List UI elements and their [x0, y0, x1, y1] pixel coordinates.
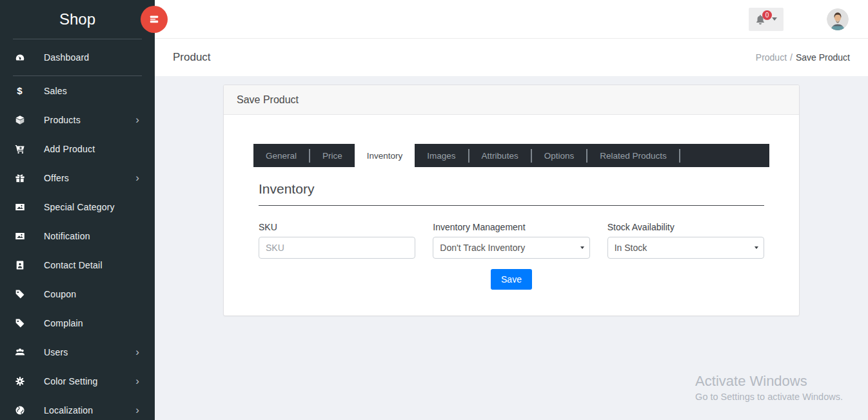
- sidebar-item-label: Add Product: [44, 144, 141, 154]
- sidebar-item-label: Localization: [44, 405, 135, 415]
- sidebar-item-label: Coupon: [44, 289, 141, 299]
- sidebar-item-label: Sales: [44, 86, 141, 96]
- chevron-right-icon: ›: [135, 114, 139, 125]
- watermark-line2: Go to Settings to activate Windows.: [695, 392, 843, 402]
- sidebar-item-localization[interactable]: Localization›: [0, 395, 155, 420]
- image-icon: [14, 201, 25, 212]
- chevron-right-icon: ›: [135, 405, 139, 415]
- inventory-tab-panel: Inventory SKU Inventory Management: [253, 181, 769, 290]
- sku-label: SKU: [259, 222, 415, 232]
- tab-price[interactable]: Price: [310, 144, 355, 167]
- save-button[interactable]: Save: [491, 269, 532, 290]
- sidebar-item-label: Special Category: [44, 202, 141, 212]
- tab-attributes[interactable]: Attributes: [469, 144, 531, 167]
- page-title: Product: [173, 51, 211, 64]
- section-rule: [259, 205, 764, 206]
- sidebar-item-label: Color Setting: [44, 376, 135, 386]
- brand-title: Shop: [0, 0, 155, 39]
- card-body: GeneralPriceInventoryImagesAttributesOpt…: [224, 115, 799, 315]
- sidebar-item-special-category[interactable]: Special Category: [0, 192, 155, 221]
- stock-availability-select[interactable]: In Stock: [607, 237, 764, 259]
- breadcrumb: Product/Save Product: [756, 52, 850, 63]
- breadcrumb-parent-link[interactable]: Product: [756, 52, 787, 63]
- sidebar-item-label: Users: [44, 347, 135, 357]
- chevron-right-icon: ›: [135, 375, 139, 386]
- dashboard-icon: [14, 52, 25, 63]
- user-avatar[interactable]: [827, 8, 849, 30]
- inventory-management-select[interactable]: Don't Track Inventory: [433, 237, 589, 259]
- sidebar-item-coupon[interactable]: Coupon: [0, 279, 155, 308]
- id-card-icon: [14, 259, 25, 270]
- tag-icon: [14, 317, 25, 328]
- top-header: 0: [155, 0, 868, 39]
- inventory-management-field: Inventory Management Don't Track Invento…: [433, 222, 589, 259]
- tab-related-products[interactable]: Related Products: [587, 144, 679, 167]
- content-area: Save Product GeneralPriceInventoryImages…: [155, 76, 868, 420]
- notification-badge: 0: [762, 10, 772, 20]
- tab-inventory[interactable]: Inventory: [355, 144, 415, 167]
- activate-windows-watermark: Activate Windows Go to Settings to activ…: [695, 373, 843, 402]
- sidebar-item-offers[interactable]: Offers›: [0, 163, 155, 192]
- breadcrumb-separator: /: [790, 52, 793, 63]
- main-area: 0 Product: [155, 0, 868, 420]
- tab-separator: [679, 149, 680, 163]
- caret-down-icon: [772, 17, 777, 23]
- section-title: Inventory: [259, 181, 764, 197]
- cube-icon: [14, 114, 25, 125]
- list-icon: [148, 14, 160, 25]
- gift-icon: [14, 172, 25, 183]
- sidebar-item-sales[interactable]: $Sales: [0, 76, 155, 105]
- sidebar-item-dashboard[interactable]: Dashboard: [0, 39, 155, 75]
- chevron-right-icon: ›: [135, 346, 139, 357]
- notifications-button[interactable]: 0: [749, 8, 784, 31]
- breadcrumb-bar: Product Product/Save Product: [155, 39, 868, 76]
- sidebar-item-complain[interactable]: Complain: [0, 308, 155, 337]
- sidebar-item-label: Offers: [44, 173, 135, 183]
- sidebar-toggle-button[interactable]: [141, 6, 168, 33]
- sku-input[interactable]: [259, 237, 415, 259]
- sidebar-item-label: Notification: [44, 231, 141, 241]
- breadcrumb-current: Save Product: [796, 52, 850, 63]
- save-row: Save: [259, 269, 764, 290]
- app-root: Shop Dashboard$SalesProducts›Add Product…: [0, 0, 868, 420]
- inventory-form: SKU Inventory Management Don't Track Inv…: [259, 222, 764, 259]
- card-title: Save Product: [224, 85, 799, 115]
- globe-icon: [14, 405, 25, 415]
- sidebar-nav: Dashboard$SalesProducts›Add ProductOffer…: [0, 39, 155, 420]
- sidebar-item-products[interactable]: Products›: [0, 105, 155, 134]
- sidebar-item-add-product[interactable]: Add Product: [0, 134, 155, 163]
- sidebar-item-users[interactable]: Users›: [0, 337, 155, 366]
- sidebar-item-label: Complain: [44, 318, 141, 328]
- gear-icon: [14, 375, 25, 386]
- users-icon: [14, 346, 25, 357]
- tab-images[interactable]: Images: [415, 144, 468, 167]
- tag-icon: [14, 288, 25, 299]
- image-icon: [14, 230, 25, 241]
- sidebar: Shop Dashboard$SalesProducts›Add Product…: [0, 0, 155, 420]
- sidebar-item-label: Contact Detail: [44, 260, 141, 270]
- tab-general[interactable]: General: [253, 144, 309, 167]
- sidebar-item-notification[interactable]: Notification: [0, 221, 155, 250]
- watermark-line1: Activate Windows: [695, 373, 843, 390]
- save-product-card: Save Product GeneralPriceInventoryImages…: [223, 85, 800, 316]
- stock-availability-field: Stock Availability In Stock: [607, 222, 764, 259]
- sidebar-item-label: Dashboard: [44, 52, 141, 63]
- sidebar-item-contact-detail[interactable]: Contact Detail: [0, 250, 155, 279]
- stock-availability-label: Stock Availability: [607, 222, 764, 232]
- sidebar-item-label: Products: [44, 115, 135, 125]
- sidebar-item-color-setting[interactable]: Color Setting›: [0, 366, 155, 395]
- inventory-management-label: Inventory Management: [433, 222, 589, 232]
- dollar-icon: $: [14, 85, 25, 96]
- sku-field: SKU: [259, 222, 415, 259]
- tab-bar: GeneralPriceInventoryImagesAttributesOpt…: [253, 144, 769, 167]
- tab-options[interactable]: Options: [532, 144, 587, 167]
- cart-plus-icon: [14, 143, 25, 154]
- chevron-right-icon: ›: [135, 172, 139, 183]
